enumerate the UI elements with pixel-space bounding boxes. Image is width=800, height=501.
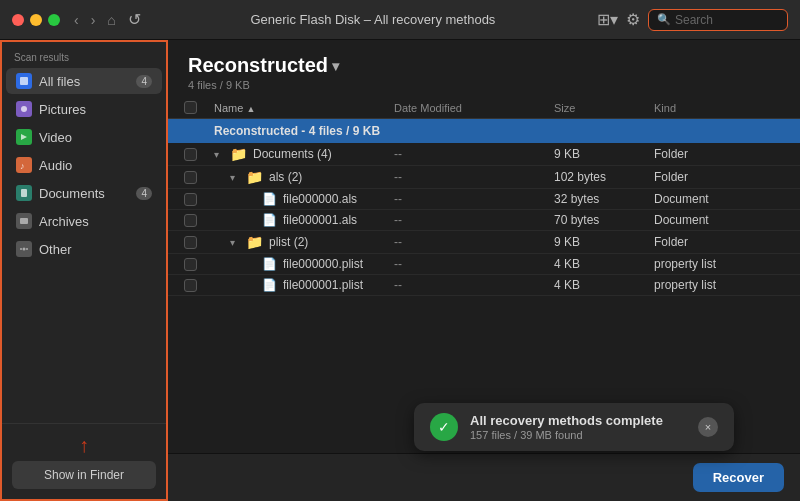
sidebar-label-documents: Documents [39,186,105,201]
file-name: file000001.plist [283,278,363,292]
show-in-finder-button[interactable]: Show in Finder [12,461,156,489]
file-name: file000001.als [283,213,357,227]
forward-button[interactable]: › [87,10,100,30]
content-subtitle: 4 files / 9 KB [188,79,780,91]
pictures-icon [16,101,32,117]
bottom-bar: Recover [168,453,800,501]
folder-icon: 📁 [246,169,263,185]
content-area: Reconstructed ▾ 4 files / 9 KB Name ▲ Da… [168,40,800,453]
close-window-button[interactable] [12,14,24,26]
sidebar-header: Scan results [2,42,166,67]
folder-icon: 📁 [246,234,263,250]
checkbox-header-col [184,101,214,114]
notification-subtitle: 157 files / 39 MB found [470,429,686,441]
chevron-down-icon[interactable]: ▾ [332,58,339,74]
main-layout: Scan results All files 4 Pictures Video … [0,40,800,501]
table-row[interactable]: ▾ 📁 Documents (4) -- 9 KB Folder [168,143,800,166]
row-checkbox[interactable] [184,171,197,184]
table-row[interactable]: ▾ 📄 file000001.als -- 70 bytes Document [168,210,800,231]
date-modified: -- [394,147,554,161]
file-kind: Folder [654,235,784,249]
video-icon [16,129,32,145]
file-size: 9 KB [554,147,654,161]
home-button[interactable]: ⌂ [107,12,115,28]
file-icon: 📄 [262,213,277,227]
file-name-cell: ▾ 📄 file000000.als [214,192,394,206]
date-modified: -- [394,213,554,227]
file-kind: property list [654,257,784,271]
expand-arrow-icon[interactable]: ▾ [214,149,224,160]
svg-point-1 [21,106,27,112]
content-header: Reconstructed ▾ 4 files / 9 KB [168,40,800,97]
back-button[interactable]: ‹ [70,10,83,30]
restore-button[interactable]: ↺ [128,10,141,29]
date-modified: -- [394,278,554,292]
row-checkbox[interactable] [184,193,197,206]
file-kind: Folder [654,147,784,161]
table-row[interactable]: ▾ 📁 als (2) -- 102 bytes Folder [168,166,800,189]
file-size: 9 KB [554,235,654,249]
sidebar-label-video: Video [39,130,72,145]
file-name: file000000.plist [283,257,363,271]
sidebar-item-archives[interactable]: Archives [6,208,162,234]
archives-icon [16,213,32,229]
search-input[interactable] [675,13,779,27]
row-checkbox[interactable] [184,258,197,271]
content-title-text: Reconstructed [188,54,328,77]
file-size: 70 bytes [554,213,654,227]
expand-arrow-icon[interactable]: ▾ [230,172,240,183]
expand-arrow-icon[interactable]: ▾ [230,237,240,248]
svg-point-7 [20,248,22,250]
group-header-label: Reconstructed - 4 files / 9 KB [214,124,394,138]
svg-text:♪: ♪ [20,161,25,170]
titlebar: ‹ › ⌂ ↺ Generic Flash Disk – All recover… [0,0,800,40]
recover-button[interactable]: Recover [693,463,784,492]
file-name-cell: ▾ 📁 als (2) [214,169,394,185]
table-row[interactable]: ▾ 📄 file000000.als -- 32 bytes Document [168,189,800,210]
sidebar-footer: ↑ Show in Finder [2,423,166,499]
window-title: Generic Flash Disk – All recovery method… [149,12,597,27]
other-icon [16,241,32,257]
row-checkbox[interactable] [184,279,197,292]
settings-button[interactable]: ⚙ [626,10,640,29]
row-checkbox[interactable] [184,148,197,161]
name-col-header[interactable]: Name ▲ [214,102,394,114]
sidebar-item-documents[interactable]: Documents 4 [6,180,162,206]
table-row[interactable]: ▾ 📄 file000000.plist -- 4 KB property li… [168,254,800,275]
file-name-cell: ▾ 📄 file000000.plist [214,257,394,271]
sidebar-item-all-files[interactable]: All files 4 [6,68,162,94]
audio-icon: ♪ [16,157,32,173]
sidebar-label-pictures: Pictures [39,102,86,117]
sidebar-item-other[interactable]: Other [6,236,162,262]
table-row[interactable]: ▾ 📄 file000001.plist -- 4 KB property li… [168,275,800,296]
date-modified: -- [394,192,554,206]
size-col-header[interactable]: Size [554,102,654,114]
file-kind: Folder [654,170,784,184]
sidebar-item-audio[interactable]: ♪ Audio [6,152,162,178]
file-name-cell: ▾ 📁 plist (2) [214,234,394,250]
sidebar-item-pictures[interactable]: Pictures [6,96,162,122]
view-toggle-button[interactable]: ⊞▾ [597,10,618,29]
file-kind: Document [654,192,784,206]
row-checkbox[interactable] [184,236,197,249]
kind-col-header[interactable]: Kind [654,102,784,114]
notification-title: All recovery methods complete [470,413,686,428]
sort-arrow-icon: ▲ [246,104,255,114]
sidebar-label-other: Other [39,242,72,257]
sidebar: Scan results All files 4 Pictures Video … [0,40,168,501]
maximize-window-button[interactable] [48,14,60,26]
sidebar-badge-all-files: 4 [136,75,152,88]
group-header-row: Reconstructed - 4 files / 9 KB [168,119,800,143]
notification-close-button[interactable]: × [698,417,718,437]
table-header: Name ▲ Date Modified Size Kind [168,97,800,119]
notification: ✓ All recovery methods complete 157 file… [414,403,734,451]
sidebar-label-all-files: All files [39,74,80,89]
select-all-checkbox[interactable] [184,101,197,114]
sidebar-label-audio: Audio [39,158,72,173]
row-checkbox[interactable] [184,214,197,227]
table-row[interactable]: ▾ 📁 plist (2) -- 9 KB Folder [168,231,800,254]
sidebar-item-video[interactable]: Video [6,124,162,150]
minimize-window-button[interactable] [30,14,42,26]
arrow-indicator: ↑ [12,434,156,457]
date-col-header[interactable]: Date Modified [394,102,554,114]
